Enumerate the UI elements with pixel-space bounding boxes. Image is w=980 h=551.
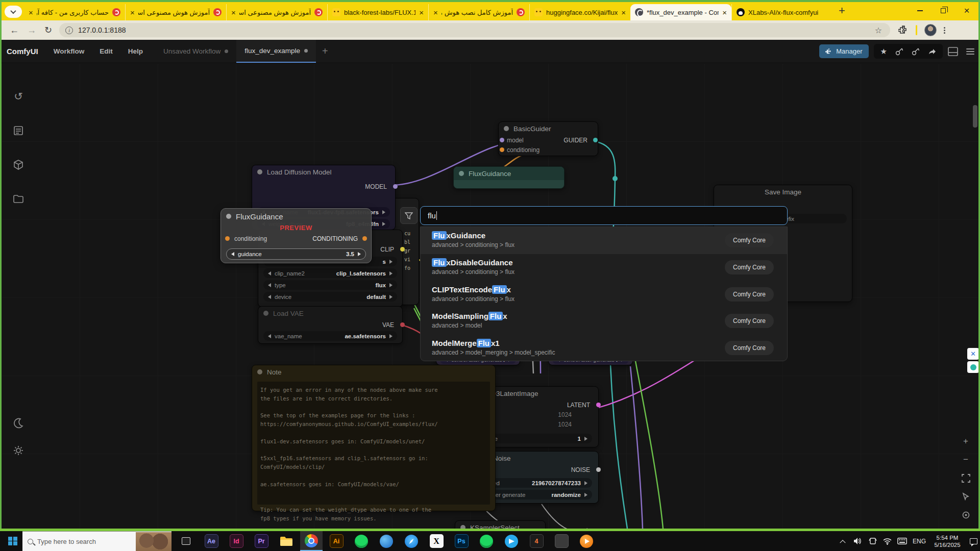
node-flux-guidance[interactable]: FluxGuidance — [453, 166, 565, 189]
extensions-icon[interactable] — [898, 25, 909, 35]
input-dot[interactable] — [225, 236, 230, 241]
menu-edit[interactable]: Edit — [100, 47, 113, 55]
search-result-row[interactable]: FluxGuidance advanced > conditioning > f… — [421, 227, 787, 254]
taskbar-app-blue-circle[interactable] — [375, 531, 398, 551]
collapse-dot[interactable] — [504, 126, 509, 131]
menu-help[interactable]: Help — [128, 47, 143, 55]
settings-gear-icon[interactable] — [9, 442, 28, 459]
taskbar-app-illustrator[interactable]: Ai — [325, 531, 348, 551]
next-value-icon[interactable] — [389, 260, 393, 264]
output-dot[interactable] — [400, 322, 405, 327]
search-result-row[interactable]: ModelSamplingFlux advanced > model Comfy… — [421, 308, 787, 335]
browser-tab[interactable]: huggingface.co/Kijai/flux- × — [529, 4, 630, 20]
tab-search-button[interactable] — [5, 6, 22, 18]
node-header[interactable]: KSamplerSelect — [455, 521, 545, 529]
collapse-dot[interactable] — [226, 214, 231, 219]
node-header[interactable]: Save Image — [714, 185, 852, 198]
new-workflow-button[interactable]: + — [316, 40, 334, 63]
task-view-button[interactable] — [176, 531, 196, 551]
browser-tab-active[interactable]: *flux_dev_example - Comf × — [630, 4, 731, 20]
close-button[interactable]: × — [955, 2, 978, 19]
hamburger-menu-icon[interactable] — [966, 48, 974, 55]
star-icon[interactable]: ★ — [880, 47, 887, 56]
start-button[interactable] — [3, 531, 22, 551]
clean-all-icon[interactable] — [912, 47, 920, 56]
taskbar-app-compass[interactable] — [400, 531, 423, 551]
taskbar-app-indesign[interactable]: Id — [225, 531, 248, 551]
input-dot[interactable] — [500, 147, 504, 152]
prev-value-icon[interactable] — [268, 283, 271, 287]
browser-tab[interactable]: × آموزش هوش مصنوعی است — [125, 4, 226, 20]
select-mode-button[interactable] — [959, 490, 972, 503]
sidebar-model-library-icon[interactable] — [9, 156, 28, 173]
sidebar-queue-icon[interactable] — [9, 122, 28, 139]
tray-wifi-icon[interactable] — [880, 531, 894, 551]
taskbar-app-chrome-active[interactable] — [300, 531, 323, 551]
output-dot[interactable] — [593, 138, 598, 142]
tray-hidden-icons-chevron[interactable] — [836, 531, 849, 551]
next-value-icon[interactable] — [389, 271, 393, 276]
next-value-icon[interactable] — [584, 481, 587, 485]
node-header[interactable]: FluxGuidance — [221, 209, 371, 224]
widget-guidance[interactable]: guidance 3.5 — [226, 248, 366, 260]
manager-button[interactable]: Manager — [819, 44, 868, 58]
comfyui-logo[interactable]: ComfyUI — [7, 47, 38, 56]
address-bar[interactable]: i 127.0.0.1:8188 ☆ — [59, 23, 890, 37]
taskbar-app-premiere[interactable]: Pr — [250, 531, 273, 551]
search-result-row[interactable]: ModelMergeFlux1 advanced > model_merging… — [421, 335, 787, 361]
note-text[interactable]: If you get an error in any of the nodes … — [257, 382, 490, 505]
prev-value-icon[interactable] — [268, 271, 271, 276]
forward-button[interactable]: → — [27, 25, 36, 36]
widget-clip-name2[interactable]: clip_name2 clip_l.safetensors — [263, 268, 397, 278]
bottom-panel-icon[interactable] — [948, 47, 958, 56]
tray-volume-icon[interactable] — [850, 531, 865, 551]
taskbar-app-photoshop[interactable]: Ps — [450, 531, 473, 551]
tab-close-icon[interactable]: × — [29, 8, 33, 17]
io-slot-row[interactable]: model GUIDER — [499, 135, 598, 145]
new-tab-button[interactable]: + — [839, 4, 845, 17]
search-highlight-image[interactable] — [136, 532, 172, 551]
sidebar-workflows-icon[interactable] — [9, 190, 28, 208]
bookmark-star-icon[interactable]: ☆ — [875, 26, 882, 35]
extension-widget-logo[interactable] — [967, 361, 978, 373]
prev-value-icon[interactable] — [268, 334, 271, 338]
node-header[interactable]: Load VAE — [258, 307, 402, 320]
site-info-icon[interactable]: i — [65, 27, 73, 34]
menu-workflow[interactable]: Workflow — [54, 47, 85, 55]
tray-cast-icon[interactable] — [866, 531, 880, 551]
share-icon[interactable] — [928, 47, 936, 56]
taskbar-app-telegram[interactable] — [500, 531, 523, 551]
theme-toggle-moon-icon[interactable] — [9, 414, 28, 432]
tab-close-icon[interactable]: × — [231, 8, 236, 17]
widget-type[interactable]: type flux — [263, 280, 397, 290]
fit-view-button[interactable] — [959, 471, 972, 485]
maximize-button[interactable] — [932, 2, 955, 19]
search-filter-button[interactable] — [400, 207, 418, 224]
node-note[interactable]: Note If you get an error in any of the n… — [252, 365, 496, 511]
minimize-button[interactable] — [908, 2, 932, 19]
workflow-tab-unsaved[interactable]: Unsaved Workflow — [155, 40, 236, 63]
action-center-button[interactable] — [967, 531, 980, 551]
tray-language-indicator[interactable]: ENG — [911, 531, 928, 551]
reload-button[interactable]: ↻ — [44, 24, 52, 36]
collapse-dot[interactable] — [257, 169, 262, 174]
browser-tab[interactable]: × حساب کاربری من - کافه آرتک — [24, 4, 125, 20]
next-value-icon[interactable] — [382, 210, 385, 214]
url-text[interactable]: 127.0.0.1:8188 — [78, 26, 126, 34]
collapse-dot[interactable] — [460, 525, 465, 529]
taskbar-file-explorer[interactable] — [275, 531, 298, 551]
widget-vae-name[interactable]: vae_name ae.safetensors — [263, 331, 397, 341]
zoom-in-button[interactable]: + — [959, 435, 972, 448]
node-header[interactable]: BasicGuider — [499, 122, 598, 135]
widget-device[interactable]: device default — [263, 292, 397, 302]
node-header[interactable]: FluxGuidance — [454, 167, 564, 180]
next-value-icon[interactable] — [389, 295, 393, 299]
next-value-icon[interactable] — [382, 222, 385, 226]
taskbar-app-after-effects[interactable]: Ae — [200, 531, 223, 551]
clean-icon[interactable] — [895, 47, 903, 56]
output-dot[interactable] — [362, 236, 367, 241]
focus-mode-button[interactable] — [959, 508, 972, 521]
node-basic-guider[interactable]: BasicGuider model GUIDER conditioning — [498, 121, 598, 156]
profile-avatar[interactable] — [924, 24, 937, 36]
output-dot[interactable] — [596, 467, 601, 472]
